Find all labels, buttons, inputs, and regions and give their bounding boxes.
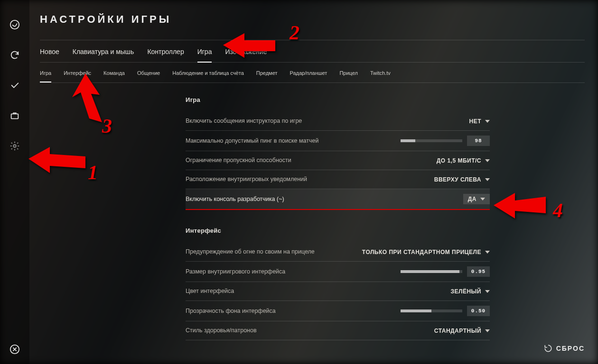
chevron-down-icon	[485, 159, 490, 162]
chevron-down-icon	[485, 120, 490, 123]
slider-ping[interactable]	[401, 139, 462, 142]
annotation-number-1: 1	[88, 161, 98, 184]
primary-tabs: Новое Клавиатура и мышь Контроллер Игра …	[40, 40, 585, 63]
annotation-arrow-1	[24, 142, 90, 185]
svg-point-2	[13, 145, 16, 147]
label-ff-warn: Предупреждение об огне по своим на прице…	[186, 248, 315, 256]
value-hud-alpha[interactable]: 0.50	[467, 306, 490, 316]
row-hud-scale: Размер внутриигрового интерфейса 0.95	[186, 262, 490, 282]
label-instructor: Включить сообщения инструктора по игре	[186, 117, 302, 125]
value-ff-warn: ТОЛЬКО ПРИ СТАНДАРТНОМ ПРИЦЕЛЕ	[362, 249, 481, 255]
value-bandwidth: ДО 1,5 МБИТ/С	[437, 157, 481, 164]
label-hud-color: Цвет интерфейса	[186, 287, 234, 295]
label-hud-scale: Размер внутриигрового интерфейса	[186, 268, 285, 276]
row-hud-color: Цвет интерфейса ЗЕЛЁНЫЙ	[186, 282, 490, 301]
tab-keyboard[interactable]: Клавиатура и мышь	[73, 48, 134, 55]
value-ping[interactable]: 98	[467, 136, 490, 146]
reset-label: СБРОС	[556, 345, 585, 352]
subtab-radar[interactable]: Радар/планшет	[290, 70, 327, 76]
value-instructor: НЕТ	[469, 118, 482, 125]
inventory-icon[interactable]	[0, 101, 29, 130]
svg-rect-1	[11, 114, 19, 118]
dropdown-devconsole[interactable]: ДА	[463, 194, 490, 204]
settings-panel: НАСТРОЙКИ ИГРЫ Новое Клавиатура и мышь К…	[29, 0, 598, 364]
dropdown-notif-pos[interactable]: ВВЕРХУ СЛЕВА	[434, 176, 490, 183]
home-icon[interactable]	[0, 10, 29, 39]
annotation-arrow-4	[489, 187, 551, 225]
row-hud-alpha: Прозрачность фона интерфейса 0.50	[186, 301, 490, 321]
subtab-spectate[interactable]: Наблюдение и таблица счёта	[172, 70, 244, 76]
row-instructor: Включить сообщения инструктора по игре Н…	[186, 112, 490, 131]
annotation-arrow-2	[218, 28, 280, 62]
page-title: НАСТРОЙКИ ИГРЫ	[40, 13, 585, 26]
subtab-comm[interactable]: Общение	[137, 70, 160, 76]
svg-marker-5	[223, 33, 275, 58]
value-hud-scale[interactable]: 0.95	[467, 266, 490, 277]
row-bandwidth: Ограничение пропускной способности ДО 1,…	[186, 151, 490, 170]
annotation-arrow-3	[57, 71, 109, 128]
chevron-down-icon	[485, 290, 490, 293]
reset-icon	[544, 344, 552, 353]
secondary-tabs: Игра Интерфейс Команда Общение Наблюдени…	[40, 63, 585, 83]
slider-hud-scale[interactable]	[401, 270, 462, 273]
dropdown-bandwidth[interactable]: ДО 1,5 МБИТ/С	[437, 157, 490, 164]
label-hud-alpha: Прозрачность фона интерфейса	[186, 307, 276, 315]
chevron-down-icon	[485, 178, 490, 181]
svg-point-0	[10, 20, 19, 29]
tab-game[interactable]: Игра	[197, 48, 212, 55]
svg-marker-6	[72, 73, 102, 122]
row-hp-style: Стиль здоровья/патронов СТАНДАРТНЫЙ	[186, 321, 490, 340]
label-ping: Максимально допустимый пинг в поиске мат…	[186, 137, 318, 145]
row-ff-warn: Предупреждение об огне по своим на прице…	[186, 243, 490, 262]
check-icon[interactable]	[0, 71, 29, 100]
refresh-icon[interactable]	[0, 41, 29, 69]
reset-button[interactable]: СБРОС	[544, 344, 585, 353]
subtab-crosshair[interactable]: Прицел	[339, 70, 358, 76]
section-heading-game: Игра	[186, 96, 490, 103]
label-hp-style: Стиль здоровья/патронов	[186, 327, 257, 335]
subtab-item[interactable]: Предмет	[256, 70, 278, 76]
dropdown-hp-style[interactable]: СТАНДАРТНЫЙ	[434, 328, 490, 334]
subtab-game[interactable]: Игра	[40, 70, 51, 76]
row-ping: Максимально допустимый пинг в поиске мат…	[186, 131, 490, 151]
dropdown-ff-warn[interactable]: ТОЛЬКО ПРИ СТАНДАРТНОМ ПРИЦЕЛЕ	[362, 249, 490, 255]
annotation-number-2: 2	[290, 21, 299, 44]
svg-marker-4	[28, 147, 85, 173]
annotation-number-3: 3	[102, 115, 112, 137]
value-hud-color: ЗЕЛЁНЫЙ	[450, 288, 481, 295]
close-icon[interactable]	[0, 344, 29, 355]
label-devconsole: Включить консоль разработчика (~)	[186, 195, 284, 203]
annotation-number-4: 4	[553, 199, 563, 222]
value-devconsole: ДА	[468, 196, 477, 202]
settings-content: Игра Включить сообщения инструктора по и…	[186, 96, 490, 340]
label-bandwidth: Ограничение пропускной способности	[186, 156, 291, 164]
subtab-twitch[interactable]: Twitch.tv	[370, 70, 391, 76]
section-heading-interface: Интерфейс	[186, 227, 490, 234]
tab-controller[interactable]: Контроллер	[147, 48, 184, 55]
chevron-down-icon	[485, 329, 490, 332]
row-devconsole: Включить консоль разработчика (~) ДА	[186, 189, 490, 210]
value-hp-style: СТАНДАРТНЫЙ	[434, 328, 481, 334]
label-notif-pos: Расположение внутриигровых уведомлений	[186, 175, 307, 183]
value-notif-pos: ВВЕРХУ СЛЕВА	[434, 176, 481, 183]
chevron-down-icon	[485, 251, 490, 254]
tab-new[interactable]: Новое	[40, 48, 59, 55]
chevron-down-icon	[480, 198, 485, 200]
dropdown-instructor[interactable]: НЕТ	[469, 118, 490, 125]
slider-hud-alpha[interactable]	[401, 309, 462, 312]
dropdown-hud-color[interactable]: ЗЕЛЁНЫЙ	[450, 288, 490, 295]
svg-marker-7	[494, 193, 546, 218]
row-notif-pos: Расположение внутриигровых уведомлений В…	[186, 170, 490, 189]
